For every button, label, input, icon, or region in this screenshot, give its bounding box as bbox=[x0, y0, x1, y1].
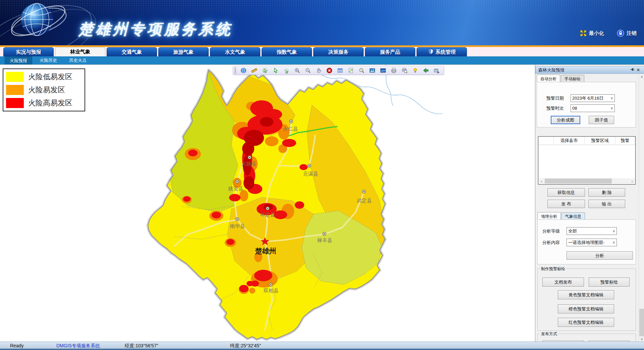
hscroll-thumb[interactable] bbox=[545, 179, 612, 184]
logout-label: 注销 bbox=[627, 30, 637, 37]
legend-row: 火险易发区 bbox=[6, 84, 82, 96]
legend-row: 火险低易发区 bbox=[6, 71, 82, 83]
table-header-0[interactable] bbox=[538, 137, 554, 145]
warning-table[interactable]: 选择县市预警区域预警 ‹ › bbox=[538, 136, 636, 185]
legend-swatch bbox=[6, 98, 24, 108]
nav-tab-7[interactable]: 服务产品 bbox=[365, 47, 415, 56]
table-hscrollbar[interactable]: ‹ › bbox=[539, 178, 635, 184]
nav-tab-5[interactable]: 指数气象 bbox=[262, 47, 312, 56]
scroll-up-arrow[interactable]: ∧ bbox=[639, 74, 644, 80]
scroll-left-arrow[interactable]: ‹ bbox=[539, 179, 544, 183]
export-map-icon[interactable] bbox=[434, 67, 440, 73]
factor-value-button[interactable]: 因子值 bbox=[589, 116, 614, 124]
pan-icon[interactable] bbox=[316, 67, 322, 73]
map-legend: 火险低易发区火险易发区火险高易发区 bbox=[3, 68, 85, 111]
nav-tab-3[interactable]: 旅游气象 bbox=[158, 47, 209, 56]
legend-label: 火险低易发区 bbox=[28, 72, 72, 82]
nav-tab-4[interactable]: 水文气象 bbox=[210, 47, 260, 56]
select-circle-icon[interactable] bbox=[262, 67, 268, 73]
panel-body: 自动分析 手动标绘 预警日期 2023年 6月16日∨ 预警时次 08∨ bbox=[535, 74, 639, 342]
analyze-button[interactable]: 分析 bbox=[567, 251, 633, 260]
scroll-down-arrow[interactable]: ∨ bbox=[639, 336, 644, 342]
pin-icon[interactable] bbox=[629, 67, 635, 72]
county-label: 牟定县 bbox=[260, 212, 275, 217]
svg-text:?: ? bbox=[360, 68, 362, 71]
legend-swatch bbox=[6, 72, 24, 82]
vscroll-thumb[interactable] bbox=[639, 309, 644, 340]
identify-icon[interactable]: ? bbox=[359, 67, 365, 73]
analysis-level-label: 分析等级 bbox=[542, 228, 567, 234]
warning-time-select[interactable]: 08∨ bbox=[571, 104, 615, 112]
print-icon[interactable] bbox=[391, 67, 397, 73]
close-icon[interactable]: ✕ bbox=[635, 67, 641, 72]
map-toolbar: ? bbox=[233, 66, 444, 75]
subnav-item-1[interactable]: 火险历史 bbox=[35, 56, 62, 64]
legend-label: 火险易发区 bbox=[28, 85, 65, 95]
analyze-map-button[interactable]: 分析成图 bbox=[551, 116, 580, 124]
toolbar-grip[interactable] bbox=[234, 67, 236, 73]
plot-group-label: 制作预警标绘 bbox=[540, 266, 567, 272]
globe-logo bbox=[9, 1, 68, 41]
table-header-1[interactable]: 选择县市 bbox=[554, 137, 585, 145]
nav-tab-label: 服务产品 bbox=[380, 49, 400, 55]
minimize-label: 最小化 bbox=[589, 30, 604, 37]
status-system-link[interactable]: DMGIS专项服务系统 bbox=[56, 343, 100, 349]
stop-icon[interactable] bbox=[326, 67, 332, 73]
nav-tab-label: 旅游气象 bbox=[173, 49, 194, 55]
output-button[interactable]: 输 出 bbox=[588, 200, 625, 208]
table-header-3[interactable]: 预警 bbox=[615, 137, 635, 145]
warning-plot-button[interactable]: 预警标绘 bbox=[589, 278, 630, 287]
county-seat-icon bbox=[266, 207, 269, 210]
legend-row: 火险高易发区 bbox=[6, 97, 82, 109]
county-seat-icon bbox=[235, 217, 239, 221]
red-doc-button[interactable]: 红色预警文档编辑 bbox=[558, 318, 614, 327]
county-seat-icon bbox=[235, 180, 239, 183]
globe-icon[interactable] bbox=[240, 67, 247, 73]
back-icon[interactable] bbox=[423, 67, 429, 73]
extent-icon[interactable] bbox=[337, 67, 343, 73]
publish-group-label: 发布方式 bbox=[540, 331, 558, 337]
delete-button[interactable]: 删 除 bbox=[588, 188, 625, 197]
lasso-icon[interactable] bbox=[283, 67, 289, 73]
doc-publish-button[interactable]: 文档发布 bbox=[542, 278, 584, 287]
pointer-icon[interactable] bbox=[273, 67, 279, 73]
subnav-item-2[interactable]: 历史火点 bbox=[64, 56, 91, 64]
chevron-down-icon: ∨ bbox=[611, 229, 615, 233]
app-title: 楚雄州专项服务系统 bbox=[78, 19, 232, 39]
logout-button[interactable]: 注销 bbox=[617, 30, 637, 37]
zoom-in-icon[interactable] bbox=[294, 67, 300, 73]
measure-icon[interactable] bbox=[251, 67, 257, 73]
picture-icon[interactable] bbox=[380, 67, 386, 73]
bulb-icon[interactable] bbox=[412, 67, 418, 73]
minimize-button[interactable]: 最小化 bbox=[580, 30, 604, 37]
county-seat-icon bbox=[248, 156, 251, 159]
scroll-right-arrow[interactable]: › bbox=[629, 179, 635, 183]
nav-tab-8[interactable]: 系统管理 bbox=[417, 47, 467, 56]
geo-analysis-group: 分析等级 全部∨ 分析内容 一请选择地理图层-∨ 分析 bbox=[537, 219, 636, 264]
nav-tab-0[interactable]: 实况与预报 bbox=[3, 47, 54, 56]
lock-icon bbox=[617, 30, 624, 37]
nav-tab-6[interactable]: 决策服务 bbox=[313, 47, 364, 56]
analysis-content-label: 分析内容 bbox=[542, 240, 567, 246]
get-info-button[interactable]: 获取信息 bbox=[547, 188, 585, 197]
nav-tab-2[interactable]: 交通气象 bbox=[107, 47, 157, 56]
yellow-doc-button[interactable]: 黄色预警文档编辑 bbox=[558, 290, 614, 299]
analysis-level-select[interactable]: 全部∨ bbox=[567, 227, 617, 235]
table-header-2[interactable]: 预警区域 bbox=[585, 137, 615, 145]
image-icon[interactable] bbox=[369, 67, 375, 73]
county-label: 元谋县 bbox=[303, 171, 318, 177]
refresh-icon[interactable] bbox=[348, 67, 354, 73]
analysis-content-select[interactable]: 一请选择地理图层-∨ bbox=[567, 239, 617, 246]
status-longitude: 经度:103°56'57" bbox=[125, 343, 158, 349]
orange-doc-button[interactable]: 橙色预警文档编辑 bbox=[558, 304, 614, 313]
zoom-out-icon[interactable] bbox=[305, 67, 311, 73]
application-window: 楚雄州专项服务系统 最小化 bbox=[0, 0, 644, 350]
subnav-item-0[interactable]: 火险预报 bbox=[5, 56, 32, 65]
publish-button[interactable]: 发 布 bbox=[547, 200, 585, 208]
nav-tab-1[interactable]: 林业气象 bbox=[55, 47, 105, 56]
warning-date-select[interactable]: 2023年 6月16日∨ bbox=[571, 94, 615, 102]
forest-fire-panel: 森林火险预报 ✕ 自动分析 手动标绘 预警日期 2023年 6月16日∨ bbox=[535, 64, 644, 342]
nav-tab-label: 指数气象 bbox=[277, 49, 297, 55]
panel-vscrollbar[interactable]: ∧ ∨ bbox=[639, 74, 644, 342]
print-preview-icon[interactable] bbox=[401, 67, 408, 73]
